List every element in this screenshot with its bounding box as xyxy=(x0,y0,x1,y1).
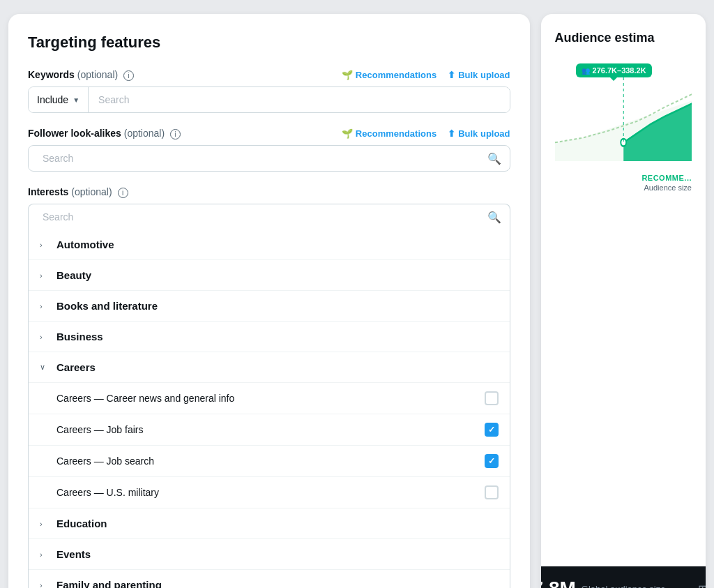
follower-search-input[interactable] xyxy=(37,146,487,171)
right-panel-title: Audience estima xyxy=(555,31,692,45)
audience-size-label: Audience size xyxy=(555,183,692,192)
chevron-right-icon: › xyxy=(40,550,50,559)
category-beauty-header[interactable]: › Beauty xyxy=(29,260,510,290)
category-family-header[interactable]: › Family and parenting xyxy=(29,570,510,588)
follower-recommendations-link[interactable]: 🌱 Recommendations xyxy=(342,128,436,139)
follower-lookalikes-actions: 🌱 Recommendations ⬆ Bulk upload xyxy=(342,128,510,139)
expand-icon[interactable]: ⊞ xyxy=(698,582,706,589)
audience-chart xyxy=(555,77,692,161)
recommend-label: RECOMME... xyxy=(555,174,692,182)
chevron-down-icon: ∨ xyxy=(40,363,50,372)
category-careers-header[interactable]: ∨ Careers xyxy=(29,352,510,382)
category-books: › Books and literature xyxy=(29,291,510,322)
chart-area: 276.7K–338.2K xyxy=(555,56,692,168)
careers-job-search-checkbox[interactable] xyxy=(485,454,499,468)
left-panel: Targeting features Keywords (optional) i… xyxy=(8,14,530,588)
follower-lookalikes-info-icon[interactable]: i xyxy=(170,129,181,140)
keywords-label: Keywords (optional) i xyxy=(28,68,134,81)
careers-us-military-checkbox[interactable] xyxy=(485,485,499,499)
category-automotive: › Automotive xyxy=(29,229,510,260)
chevron-right-icon: › xyxy=(40,520,50,528)
keywords-recommendations-link[interactable]: 🌱 Recommendations xyxy=(342,70,436,80)
right-panel: Audience estima 276.7K–338.2K RECOMM xyxy=(541,14,706,588)
careers-job-search-item: Careers — Job search xyxy=(29,445,510,476)
recommendations-icon: 🌱 xyxy=(342,70,353,80)
follower-lookalikes-header: Follower look-alikes (optional) i 🌱 Reco… xyxy=(28,127,510,140)
screen: Targeting features Keywords (optional) i… xyxy=(8,14,706,588)
keywords-section: Keywords (optional) i 🌱 Recommendations … xyxy=(28,68,510,113)
category-careers: ∨ Careers Careers — Career news and gene… xyxy=(29,352,510,508)
follower-recommendations-icon: 🌱 xyxy=(342,128,353,139)
keywords-actions: 🌱 Recommendations ⬆ Bulk upload xyxy=(342,70,510,80)
interests-search-icon: 🔍 xyxy=(487,211,501,224)
chevron-right-icon: › xyxy=(40,333,50,341)
tooltip-popup: 7.8M Global audience size ⊞ Careers — Jo… xyxy=(541,566,706,588)
panel-title: Targeting features xyxy=(28,33,510,52)
follower-upload-icon: ⬆ xyxy=(448,128,455,139)
include-dropdown[interactable]: Include ▼ xyxy=(29,87,89,112)
category-beauty: › Beauty xyxy=(29,260,510,291)
category-education: › Education xyxy=(29,508,510,539)
category-events-header[interactable]: › Events xyxy=(29,539,510,569)
interests-search-input[interactable] xyxy=(37,204,487,229)
chevron-right-icon: › xyxy=(40,241,50,249)
keywords-label-text: Keywords (optional) xyxy=(28,69,121,80)
careers-job-fairs-item: Careers — Job fairs xyxy=(29,414,510,445)
category-business-header[interactable]: › Business xyxy=(29,322,510,352)
interests-header: Interests (optional) i xyxy=(28,186,510,198)
interests-list: › Automotive › Beauty › Books and litera… xyxy=(28,229,510,588)
careers-career-news-checkbox[interactable] xyxy=(485,391,499,405)
category-books-header[interactable]: › Books and literature xyxy=(29,291,510,321)
interests-section: Interests (optional) i 🔍 › Automotive xyxy=(28,186,510,588)
tooltip-popup-header: 7.8M Global audience size ⊞ xyxy=(541,578,706,588)
keywords-search-input[interactable] xyxy=(89,87,509,112)
follower-lookalikes-label: Follower look-alikes (optional) i xyxy=(28,127,181,140)
category-automotive-header[interactable]: › Automotive xyxy=(29,229,510,259)
chevron-right-icon: › xyxy=(40,581,50,589)
tooltip-subtitle: Global audience size xyxy=(582,584,666,589)
keywords-bulk-upload-link[interactable]: ⬆ Bulk upload xyxy=(448,70,510,80)
keywords-input-row: Include ▼ xyxy=(28,86,510,113)
follower-lookalikes-section: Follower look-alikes (optional) i 🌱 Reco… xyxy=(28,127,510,172)
interests-info-icon[interactable]: i xyxy=(118,188,128,198)
chart-tooltip: 276.7K–338.2K xyxy=(576,63,652,77)
careers-career-news-item: Careers — Career news and general info xyxy=(29,382,510,414)
category-business: › Business xyxy=(29,322,510,352)
category-events: › Events xyxy=(29,539,510,570)
interests-label-group: Interests (optional) i xyxy=(28,186,128,198)
follower-search-box: 🔍 xyxy=(28,145,510,172)
chevron-right-icon: › xyxy=(40,302,50,310)
interests-search-box: 🔍 xyxy=(28,204,510,229)
tooltip-number: 7.8M xyxy=(541,578,576,588)
category-education-header[interactable]: › Education xyxy=(29,508,510,538)
chevron-down-icon: ▼ xyxy=(73,96,79,104)
chevron-right-icon: › xyxy=(40,271,50,280)
careers-us-military-item: Careers — U.S. military xyxy=(29,476,510,508)
interests-label-text: Interests (optional) xyxy=(28,186,115,197)
follower-search-icon: 🔍 xyxy=(487,152,501,165)
careers-sub-items: Careers — Career news and general info C… xyxy=(29,382,510,508)
careers-job-fairs-checkbox[interactable] xyxy=(485,423,499,437)
keywords-header: Keywords (optional) i 🌱 Recommendations … xyxy=(28,68,510,81)
follower-bulk-upload-link[interactable]: ⬆ Bulk upload xyxy=(448,128,510,139)
upload-icon: ⬆ xyxy=(448,70,455,80)
category-family: › Family and parenting xyxy=(29,570,510,588)
follower-lookalikes-label-text: Follower look-alikes (optional) xyxy=(28,128,167,139)
keywords-info-icon[interactable]: i xyxy=(123,70,134,81)
